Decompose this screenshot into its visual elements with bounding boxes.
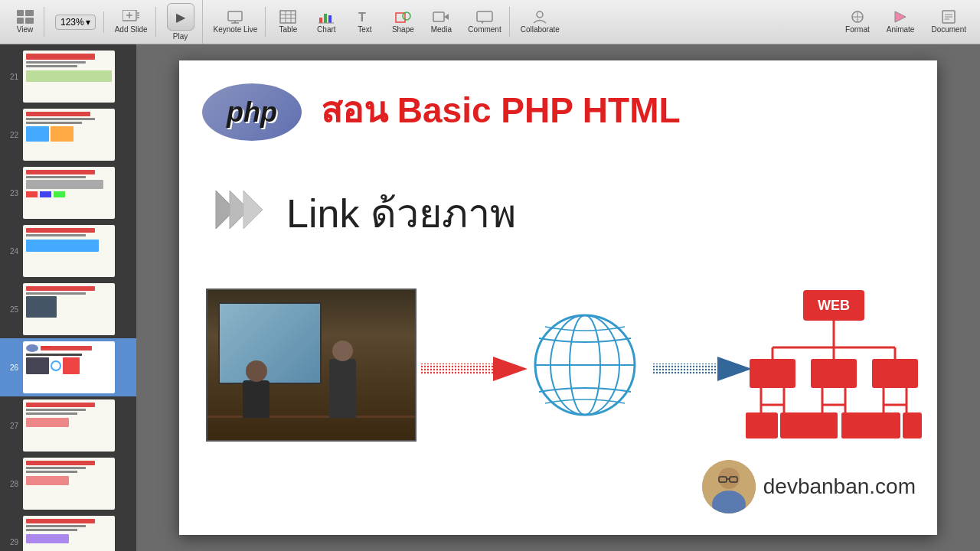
table-group: Table bbox=[269, 7, 307, 37]
slide-item-27[interactable]: 27 bbox=[0, 396, 136, 455]
add-slide-label[interactable]: Add Slide bbox=[115, 25, 148, 34]
chart-icon bbox=[318, 10, 335, 24]
animate-icon bbox=[892, 10, 909, 24]
svg-rect-1 bbox=[25, 10, 34, 16]
collaborate-label[interactable]: Collaborate bbox=[521, 25, 560, 34]
table-icon bbox=[279, 10, 296, 24]
slide-thumb-27 bbox=[23, 399, 115, 452]
slide-item-29[interactable]: 29 bbox=[0, 513, 136, 551]
php-logo-text: php bbox=[227, 96, 277, 129]
text-label[interactable]: Text bbox=[358, 25, 371, 34]
web-diagram: WEB bbox=[746, 286, 922, 478]
svg-text:WEB: WEB bbox=[818, 298, 850, 313]
svg-rect-10 bbox=[228, 11, 242, 21]
slide-thumb-28 bbox=[23, 458, 115, 510]
chart-group: Chart bbox=[307, 7, 345, 37]
shape-label[interactable]: Shape bbox=[392, 25, 414, 34]
view-icon bbox=[17, 10, 34, 24]
main-area: 21 22 bbox=[0, 44, 980, 551]
php-logo: php bbox=[202, 83, 302, 141]
svg-rect-88 bbox=[903, 412, 922, 439]
svg-marker-40 bbox=[243, 191, 263, 229]
comment-label[interactable]: Comment bbox=[468, 25, 501, 34]
slide-item-25[interactable]: 25 bbox=[0, 280, 136, 338]
toolbar-right: Format Animate Document bbox=[838, 7, 974, 37]
svg-marker-33 bbox=[895, 11, 906, 22]
slide-item-22[interactable]: 22 bbox=[0, 106, 136, 164]
zoom-group: 123% ▾ bbox=[47, 11, 104, 33]
php-logo-oval: php bbox=[202, 83, 302, 141]
slide-number-28: 28 bbox=[6, 480, 18, 488]
slide-thumb-24 bbox=[23, 225, 115, 277]
svg-rect-86 bbox=[841, 412, 872, 439]
chart-label[interactable]: Chart bbox=[317, 25, 335, 34]
svg-rect-84 bbox=[780, 412, 811, 439]
document-group: Document bbox=[923, 7, 974, 37]
avatar bbox=[702, 460, 756, 514]
svg-rect-83 bbox=[746, 412, 776, 439]
slide-item-23[interactable]: 23 bbox=[0, 164, 136, 222]
add-slide-group: Add Slide bbox=[107, 7, 156, 37]
svg-point-24 bbox=[403, 12, 410, 20]
svg-rect-20 bbox=[328, 15, 332, 23]
svg-rect-0 bbox=[17, 10, 24, 16]
slide-number-26: 26 bbox=[6, 364, 18, 372]
view-group: View bbox=[6, 7, 44, 37]
slide-photo bbox=[206, 289, 416, 442]
play-group: ▶ Play bbox=[159, 0, 203, 44]
slide-panel: 21 22 bbox=[0, 44, 136, 551]
zoom-chevron: ▾ bbox=[86, 17, 90, 28]
media-label[interactable]: Media bbox=[431, 25, 452, 34]
keynote-live-icon bbox=[227, 10, 243, 24]
slide-item-21[interactable]: 21 bbox=[0, 47, 136, 106]
svg-marker-28 bbox=[481, 21, 484, 24]
format-group: Format bbox=[838, 7, 877, 37]
svg-rect-59 bbox=[750, 359, 795, 388]
animate-label[interactable]: Animate bbox=[887, 25, 915, 34]
shape-group: Shape bbox=[384, 7, 422, 37]
document-icon bbox=[940, 10, 957, 24]
collaborate-group: Collaborate bbox=[513, 7, 567, 37]
slide-thumb-21 bbox=[23, 51, 115, 103]
slide-item-26[interactable]: 26 สอน PHP bbox=[0, 338, 136, 396]
svg-rect-49 bbox=[652, 364, 721, 374]
slide-number-22: 22 bbox=[6, 131, 18, 139]
view-label[interactable]: View bbox=[17, 25, 34, 34]
svg-rect-13 bbox=[280, 11, 296, 23]
photo-simulation bbox=[207, 290, 415, 440]
slide-title: สอน Basic PHP HTML bbox=[321, 82, 681, 138]
table-label[interactable]: Table bbox=[279, 25, 297, 34]
play-icon-slide bbox=[208, 179, 270, 240]
svg-rect-3 bbox=[25, 18, 34, 24]
slide-number-23: 23 bbox=[6, 189, 18, 197]
svg-point-90 bbox=[718, 468, 740, 489]
slide-thumb-26: สอน PHP bbox=[23, 341, 115, 393]
slide-thumb-23 bbox=[23, 167, 115, 219]
watermark: devbanban.com bbox=[702, 460, 916, 514]
text-group: T Text bbox=[345, 7, 384, 37]
slide-number-29: 29 bbox=[6, 538, 18, 546]
shape-icon bbox=[394, 10, 411, 24]
canvas-area: php สอน Basic PHP HTML Link ด้วยภาพ bbox=[136, 44, 980, 551]
format-label[interactable]: Format bbox=[845, 25, 870, 34]
slide-thumb-22 bbox=[23, 109, 115, 161]
document-label[interactable]: Document bbox=[931, 25, 966, 34]
zoom-control[interactable]: 123% ▾ bbox=[55, 15, 96, 30]
comment-group: Comment bbox=[460, 7, 509, 37]
collaborate-icon bbox=[529, 10, 550, 24]
slide-canvas: php สอน Basic PHP HTML Link ด้วยภาพ bbox=[179, 60, 937, 535]
watermark-text: devbanban.com bbox=[763, 474, 916, 499]
svg-point-29 bbox=[537, 11, 543, 18]
slide-item-24[interactable]: 24 bbox=[0, 222, 136, 280]
svg-rect-27 bbox=[477, 11, 492, 21]
play-label[interactable]: Play bbox=[173, 32, 188, 41]
play-button[interactable]: ▶ bbox=[167, 3, 194, 31]
media-group: Media bbox=[422, 7, 460, 37]
slide-item-28[interactable]: 28 bbox=[0, 455, 136, 513]
slide-number-24: 24 bbox=[6, 247, 18, 256]
svg-rect-85 bbox=[807, 412, 838, 439]
red-arrow bbox=[420, 353, 528, 386]
add-slide-icon bbox=[122, 10, 139, 24]
svg-text:T: T bbox=[358, 11, 366, 24]
keynote-live-label[interactable]: Keynote Live bbox=[214, 25, 258, 34]
